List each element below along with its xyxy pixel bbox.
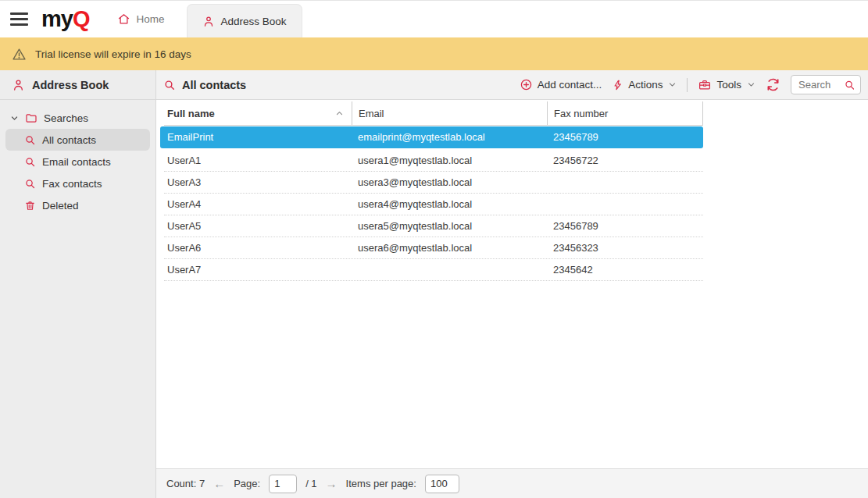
column-header-fax-number[interactable]: Fax number: [547, 101, 703, 125]
add-contact-button[interactable]: Add contact...: [520, 78, 602, 91]
actions-label: Actions: [628, 79, 663, 91]
trash-icon: [24, 200, 36, 212]
table-header-row: Full name Email Fax number: [164, 101, 703, 126]
sidebar-folder-searches[interactable]: Searches: [0, 107, 155, 129]
table-row[interactable]: UserA3 usera3@myqtestlab.local: [164, 172, 703, 194]
cell-full-name: UserA7: [164, 264, 352, 276]
cell-fax-number: 23456722: [547, 155, 703, 166]
cell-fax-number: 2345642: [547, 264, 703, 276]
search-icon: [24, 156, 36, 168]
cell-email: usera3@myqtestlab.local: [352, 176, 547, 188]
previous-page-arrow-icon[interactable]: ←: [213, 478, 225, 489]
cell-fax-number: 23456789: [547, 131, 703, 143]
items-per-page-input[interactable]: [425, 475, 459, 493]
banner-text: Trial license will expire in 16 days: [35, 48, 191, 60]
column-header-full-name[interactable]: Full name: [164, 101, 352, 125]
plus-circle-icon: [520, 78, 533, 91]
toolbar-divider: [687, 78, 688, 92]
cell-fax-number: 23456789: [547, 220, 703, 232]
top-bar: myQ Home Address Book: [0, 0, 868, 37]
cell-full-name: UserA1: [164, 155, 352, 166]
table-row[interactable]: EmailPrint emailprint@myqtestlab.local 2…: [160, 126, 703, 148]
refresh-button[interactable]: [766, 77, 780, 92]
hamburger-menu-icon[interactable]: [10, 12, 28, 26]
sidebar-item-label: Fax contacts: [42, 178, 102, 190]
chevron-down-icon[interactable]: [10, 114, 19, 123]
search-icon: [163, 79, 176, 91]
cell-email: emailprint@myqtestlab.local: [352, 131, 547, 143]
cell-email: usera6@myqtestlab.local: [352, 242, 547, 254]
warning-icon: [12, 47, 27, 62]
table-row[interactable]: UserA6 usera6@myqtestlab.local 23456323: [164, 237, 703, 259]
cell-email: usera5@myqtestlab.local: [352, 220, 547, 232]
column-header-email[interactable]: Email: [352, 101, 547, 125]
column-header-label: Full name: [167, 108, 215, 119]
sidebar-item-label: Deleted: [42, 200, 79, 212]
tools-label: Tools: [716, 79, 741, 91]
sidebar-tree: Searches All contacts Email contacts: [0, 100, 155, 216]
trial-license-banner: Trial license will expire in 16 days: [0, 37, 868, 70]
column-header-label: Email: [359, 108, 384, 119]
refresh-icon: [766, 77, 780, 92]
chevron-down-icon: [668, 80, 677, 89]
tab-address-book[interactable]: Address Book: [187, 4, 302, 37]
myq-logo[interactable]: myQ: [41, 8, 89, 30]
search-icon: [24, 134, 36, 146]
table-row[interactable]: UserA7 2345642: [164, 259, 703, 281]
page-number-input[interactable]: [269, 475, 297, 493]
cell-email: usera4@myqtestlab.local: [352, 198, 547, 210]
sidebar-item-all-contacts[interactable]: All contacts: [5, 129, 150, 151]
folder-icon: [25, 112, 38, 124]
sort-ascending-icon[interactable]: [335, 109, 344, 118]
tab-address-book-label: Address Book: [221, 16, 287, 27]
logo-text-q: Q: [73, 6, 90, 31]
tools-dropdown-button[interactable]: Tools: [698, 78, 755, 91]
chevron-down-icon: [747, 80, 755, 89]
sidebar-folder-label: Searches: [44, 112, 88, 124]
next-page-arrow-icon[interactable]: →: [326, 478, 338, 489]
contacts-table: Full name Email Fax number EmailPrint em…: [156, 100, 868, 468]
cell-full-name: UserA6: [164, 242, 352, 254]
sidebar-title: Address Book: [0, 70, 155, 100]
sidebar-item-label: Email contacts: [42, 156, 111, 168]
table-row[interactable]: UserA5 usera5@myqtestlab.local 23456789: [164, 215, 703, 237]
main-panel: All contacts Add contact...: [156, 70, 868, 498]
search-icon: [24, 178, 36, 190]
search-icon[interactable]: [844, 79, 855, 91]
toolbar: Add contact... Actions: [520, 75, 861, 94]
lightning-icon: [612, 79, 623, 91]
pagination-bar: Count: 7 ← Page: / 1 → Items per page:: [156, 468, 868, 498]
cell-full-name: EmailPrint: [164, 131, 352, 143]
actions-dropdown-button[interactable]: Actions: [612, 79, 677, 91]
cell-full-name: UserA3: [164, 176, 352, 188]
items-per-page-label: Items per page:: [346, 478, 416, 489]
column-header-label: Fax number: [554, 108, 608, 119]
cell-full-name: UserA5: [164, 220, 352, 232]
page-title: All contacts: [163, 79, 246, 91]
table-row[interactable]: UserA4 usera4@myqtestlab.local: [164, 194, 703, 215]
person-icon: [12, 78, 25, 92]
count-label: Count: 7: [166, 478, 205, 489]
main-header: All contacts Add contact...: [156, 70, 868, 100]
page-label: Page:: [234, 478, 260, 489]
cell-fax-number: 23456323: [547, 242, 703, 254]
sidebar-item-fax-contacts[interactable]: Fax contacts: [5, 173, 150, 194]
cell-full-name: UserA4: [164, 198, 352, 210]
cell-email: usera1@myqtestlab.local: [352, 155, 547, 166]
page-title-label: All contacts: [182, 79, 246, 91]
sidebar: Address Book Searches: [0, 70, 156, 498]
sidebar-title-label: Address Book: [32, 79, 109, 91]
person-icon: [202, 15, 215, 28]
sidebar-item-label: All contacts: [42, 134, 96, 146]
toolbox-icon: [698, 78, 712, 91]
home-icon: [117, 12, 130, 26]
content-area: Address Book Searches: [0, 70, 868, 498]
search-box: [791, 75, 861, 94]
page-total-label: / 1: [305, 478, 316, 489]
logo-text-my: my: [41, 6, 73, 31]
table-row[interactable]: UserA1 usera1@myqtestlab.local 23456722: [164, 150, 703, 172]
sidebar-item-email-contacts[interactable]: Email contacts: [5, 151, 150, 173]
sidebar-item-deleted[interactable]: Deleted: [5, 194, 150, 216]
tab-home[interactable]: Home: [117, 1, 164, 38]
tab-home-label: Home: [136, 13, 164, 25]
